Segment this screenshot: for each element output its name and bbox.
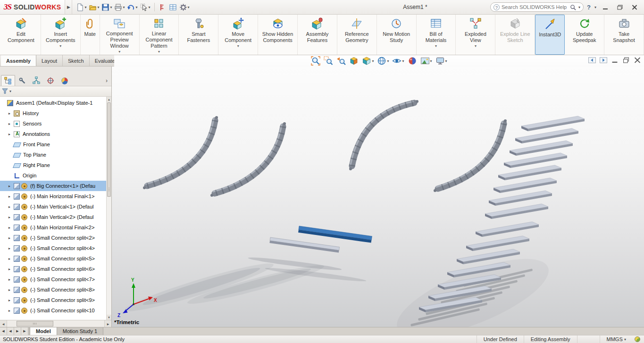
window-minimize-icon[interactable] [611, 57, 619, 63]
scrollbar-track[interactable] [7, 320, 104, 327]
exploded-view-button[interactable]: Exploded View ▾ [456, 15, 495, 55]
window-close-icon[interactable] [634, 57, 641, 63]
pane-right-toggle-icon[interactable] [600, 57, 607, 63]
scroll-left-icon[interactable]: ◀ [0, 320, 7, 327]
expand-arrow-icon[interactable]: ▸ [8, 236, 14, 240]
insert-components-button[interactable]: Insert Components ▾ [41, 15, 81, 55]
tree-item[interactable]: ▸ Sensors [0, 118, 106, 129]
dropdown-caret-icon[interactable]: ▾ [188, 5, 190, 9]
expand-arrow-icon[interactable]: ▸ [8, 194, 14, 199]
assembly-features-button[interactable]: Assembly Features [298, 15, 337, 55]
expand-arrow-icon[interactable]: ▸ [8, 215, 14, 219]
bill-of-materials-button[interactable]: Bill of Materials ▾ [417, 15, 456, 55]
new-motion-study-button[interactable]: New Motion Study [377, 15, 417, 55]
options-button[interactable]: ▾ [178, 2, 191, 12]
dropdown-caret-icon[interactable]: ▾ [387, 59, 389, 63]
tree-item[interactable]: ▸ (-) Main Horizontal Final<1> [0, 191, 106, 201]
scroll-down-icon[interactable]: ▼ [107, 315, 111, 320]
update-speedpak-button[interactable]: Update Speedpak [565, 15, 604, 55]
tree-item[interactable]: ▸ (-) Small Connector split<2> [0, 233, 106, 243]
dropdown-caret-icon[interactable]: ▾ [135, 5, 137, 9]
tree-item[interactable]: Right Plane [0, 160, 106, 170]
tree-horizontal-scrollbar[interactable]: ◀ ▶ [0, 320, 111, 327]
restore-button[interactable] [614, 2, 626, 12]
scrollbar-thumb[interactable] [107, 102, 111, 197]
dropdown-caret-icon[interactable]: ▾ [435, 44, 437, 48]
dropdown-caret-icon[interactable]: ▾ [372, 59, 374, 63]
tree-vertical-scrollbar[interactable]: ▲ ▼ [106, 97, 111, 320]
expand-arrow-icon[interactable]: ▸ [8, 205, 14, 209]
expand-arrow-icon[interactable]: ▸ [8, 267, 14, 271]
dropdown-caret-icon[interactable]: ▾ [84, 5, 86, 9]
expand-arrow-icon[interactable]: ▸ [8, 111, 14, 116]
expand-arrow-icon[interactable]: ▸ [8, 122, 14, 126]
dropdown-caret-icon[interactable]: ▾ [118, 50, 120, 54]
expand-arrow-icon[interactable]: ▸ [8, 226, 14, 230]
search-scope-caret-icon[interactable]: ▾ [578, 5, 580, 9]
dropdown-caret-icon[interactable]: ▾ [475, 44, 477, 48]
take-snapshot-button[interactable]: Take Snapshot [604, 15, 644, 55]
tree-filter-bar[interactable]: ▾ [0, 86, 111, 97]
expand-arrow-icon[interactable]: ▸ [8, 257, 14, 261]
tree-item[interactable]: ▸ (-) Small Connector split<7> [0, 274, 106, 284]
previous-view-button[interactable] [335, 56, 347, 66]
select-tool-button[interactable]: ▾ [139, 2, 151, 12]
3d-scene[interactable]: Y X Z [112, 67, 644, 327]
hide-show-items-button[interactable]: ▾ [391, 56, 405, 66]
tab-scroll-last-icon[interactable]: ▶ [21, 327, 28, 335]
minimize-button[interactable] [600, 2, 611, 12]
tree-item[interactable]: Front Plane [0, 139, 106, 150]
edit-appearance-button[interactable] [407, 56, 418, 66]
tab-scroll-next-icon[interactable]: ▶ [14, 327, 21, 335]
menu-expand-icon[interactable]: ▶ [65, 0, 72, 14]
zoom-to-fit-button[interactable] [310, 56, 321, 66]
tab-property-manager[interactable] [15, 75, 29, 86]
mate-button[interactable]: Mate [81, 15, 100, 55]
open-document-button[interactable]: ▾ [88, 2, 100, 12]
tree-item[interactable]: ▸ (-) Small Connector split<9> [0, 295, 106, 305]
expand-arrow-icon[interactable]: ▸ [8, 184, 14, 188]
tab-assembly[interactable]: Assembly [1, 55, 36, 66]
tree-item[interactable]: ▸ (-) Small Connector split<8> [0, 284, 106, 295]
help-search-box[interactable]: ? ▾ [490, 2, 584, 12]
dropdown-caret-icon[interactable]: ▾ [123, 5, 125, 9]
tree-item[interactable]: ▸ (-) Small Connector split<6> [0, 264, 106, 274]
tab-display-manager[interactable] [58, 75, 72, 86]
tree-item[interactable]: ▸ (-) Main Horizontal Final<2> [0, 222, 106, 233]
expand-arrow-icon[interactable]: ▸ [8, 132, 14, 136]
expand-arrow-icon[interactable]: ▸ [8, 298, 14, 302]
units-selector[interactable]: MMGS ▾ [600, 335, 633, 343]
graphics-viewport[interactable]: Y X Z *Trimetric [112, 67, 644, 327]
expand-arrow-icon[interactable]: ▸ [8, 246, 14, 251]
tab-layout[interactable]: Layout [36, 55, 63, 66]
view-settings-button[interactable]: ▾ [435, 56, 448, 66]
scrollbar-thumb[interactable] [17, 321, 53, 326]
search-icon[interactable] [570, 4, 576, 10]
apply-scene-button[interactable]: ▾ [419, 56, 433, 66]
instant3d-button[interactable]: Instant3D [535, 15, 565, 55]
undo-button[interactable]: ▾ [126, 2, 138, 12]
units-caret-icon[interactable]: ▾ [623, 337, 626, 342]
new-document-button[interactable]: ▾ [75, 2, 87, 12]
status-corner-icon[interactable] [635, 336, 640, 342]
tree-item[interactable]: ▸ (-) Small Connector split<4> [0, 243, 106, 253]
expand-arrow-icon[interactable]: ▸ [8, 288, 14, 292]
edit-component-button[interactable]: Edit Component [1, 15, 41, 55]
view-orientation-button[interactable]: ▾ [361, 56, 375, 66]
tree-item[interactable]: ▸ History [0, 108, 106, 118]
tab-dimxpert-manager[interactable] [43, 75, 58, 86]
tree-item[interactable]: Origin [0, 170, 106, 181]
tree-item[interactable]: Assem1 (Default<Display State-1 [0, 98, 106, 108]
window-restore-icon[interactable] [622, 57, 630, 63]
dropdown-caret-icon[interactable]: ▾ [158, 50, 160, 54]
tab-scroll-first-icon[interactable]: ◀ [0, 327, 7, 335]
tree-item[interactable]: ▸ (f) Big Connector<1> (Defau [0, 181, 106, 191]
dropdown-caret-icon[interactable]: ▾ [59, 44, 61, 48]
tab-motion-study-1[interactable]: Motion Study 1 [57, 327, 103, 335]
tab-scroll-prev-icon[interactable]: ◀ [7, 327, 14, 335]
smart-fasteners-button[interactable]: Smart Fasteners [179, 15, 218, 55]
save-button[interactable]: ▾ [100, 2, 113, 12]
dropdown-caret-icon[interactable]: ▾ [430, 59, 432, 63]
tree-item[interactable]: ▸ (-) Main Vertical<2> (Defaul [0, 212, 106, 222]
search-input[interactable] [502, 4, 568, 10]
